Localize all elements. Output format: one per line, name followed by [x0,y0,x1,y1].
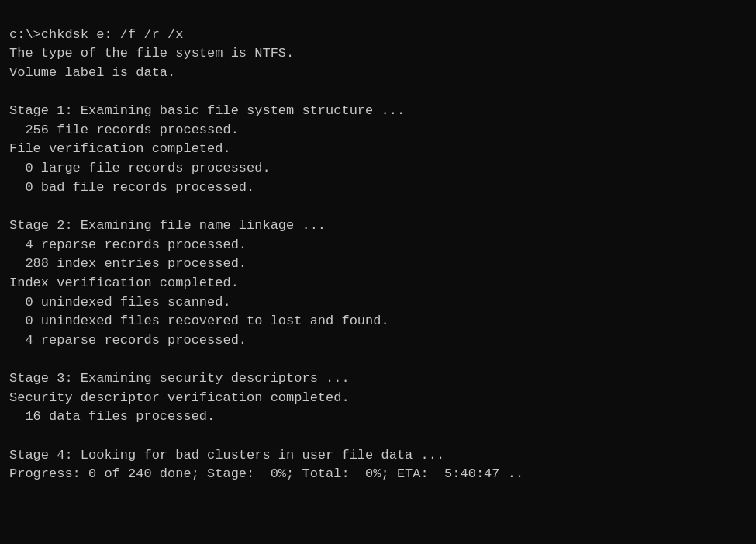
stage2-unindexed-scanned: 0 unindexed files scanned. [9,293,747,313]
stage3-data-files: 16 data files processed. [9,407,747,427]
stage2-reparse2: 4 reparse records processed. [9,331,747,351]
stage2-header: Stage 2: Examining file name linkage ... [9,217,747,236]
blank-line [9,351,747,370]
stage3-security-verify: Security descriptor verification complet… [9,389,747,408]
stage2-reparse: 4 reparse records processed. [9,236,747,255]
stage1-file-records: 256 file records processed. [9,121,747,140]
stage1-file-verify: File verification completed. [9,140,747,159]
cmd: c:\>chkdsk e: /f /r /x [9,26,747,45]
stage2-index-verify: Index verification completed. [9,274,747,293]
volume-label: Volume label is data. [9,64,747,83]
stage2-unindexed-recovered: 0 unindexed files recovered to lost and … [9,312,747,331]
stage4-progress: Progress: 0 of 240 done; Stage: 0%; Tota… [9,465,747,484]
stage4-header: Stage 4: Looking for bad clusters in use… [9,446,747,466]
stage1-bad-records: 0 bad file records processed. [9,178,747,198]
blank-line [9,197,747,217]
fs-type: The type of the file system is NTFS. [9,44,747,64]
stage2-index: 288 index entries processed. [9,255,747,274]
blank-line [9,83,747,102]
blank-line [9,427,747,446]
stage3-header: Stage 3: Examining security descriptors … [9,369,747,389]
stage1-header: Stage 1: Examining basic file system str… [9,102,747,121]
terminal-window: c:\>chkdsk e: /f /r /xThe type of the fi… [0,0,756,544]
stage1-large-records: 0 large file records processed. [9,159,747,178]
